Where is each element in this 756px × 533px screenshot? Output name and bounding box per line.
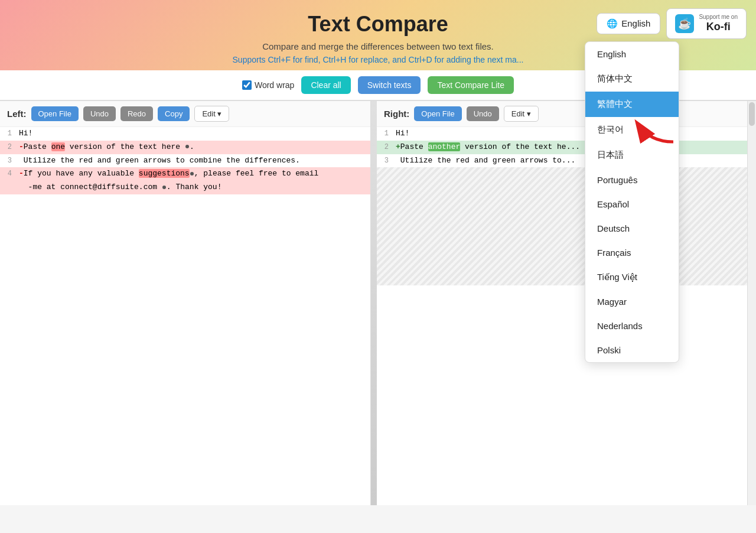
right-line-2: 2 +Paste another version of the text he.… <box>377 141 747 154</box>
lang-item-magyar[interactable]: Magyar <box>585 290 679 314</box>
right-edit-button[interactable]: Edit ▾ <box>504 106 539 122</box>
lang-item-français[interactable]: Français <box>585 240 679 265</box>
lang-item-español[interactable]: Español <box>585 192 679 216</box>
word-wrap-label[interactable]: Word wrap <box>242 80 294 90</box>
left-redo-button[interactable]: Redo <box>120 106 153 121</box>
lang-item-日本語[interactable]: 日本語 <box>585 142 679 168</box>
word-wrap-checkbox[interactable] <box>242 80 252 90</box>
kofi-support-label: Support me on <box>699 14 738 21</box>
kofi-text: Support me on Ko-fi <box>699 14 738 34</box>
lang-item-nederlands[interactable]: Nederlands <box>585 314 679 338</box>
lang-item-简体中文[interactable]: 简体中文 <box>585 66 679 92</box>
right-line-3: 3 Utilize the red and green arrows to... <box>377 154 747 168</box>
left-panel-toolbar: Left: Open File Undo Redo Copy Edit ▾ <box>0 101 370 127</box>
text-compare-lite-button[interactable]: Text Compare Lite <box>428 76 514 94</box>
right-scrollbar[interactable] <box>748 101 756 505</box>
right-label: Right: <box>384 109 409 119</box>
lang-item-한국어[interactable]: 한국어 <box>585 117 679 142</box>
right-open-file-button[interactable]: Open File <box>414 106 461 121</box>
lang-item-polski[interactable]: Polski <box>585 338 679 362</box>
kofi-icon: ☕ <box>675 14 694 33</box>
left-line-2: 2 -Paste one version of the text here . <box>0 141 370 154</box>
right-stripe-area <box>377 167 747 285</box>
lang-item-english[interactable]: English <box>585 42 679 66</box>
language-button[interactable]: 🌐 English <box>597 13 660 34</box>
lang-item-繁體中文[interactable]: 繁體中文 <box>585 92 679 117</box>
right-panel-toolbar: Right: Open File Undo Edit ▾ <box>377 101 747 127</box>
panel-divider[interactable] <box>371 101 377 505</box>
left-label: Left: <box>7 109 27 119</box>
left-line-4b: -me at connect@diffsuite.com . Thank you… <box>0 181 370 194</box>
kofi-button[interactable]: ☕ Support me on Ko-fi <box>666 8 747 39</box>
lang-item-deutsch[interactable]: Deutsch <box>585 216 679 240</box>
left-line-1: 1 Hi! <box>0 127 370 141</box>
language-label: English <box>621 18 650 28</box>
lang-item-tiếng-việt[interactable]: Tiếng Việt <box>585 265 679 290</box>
kofi-name-label: Ko-fi <box>699 21 738 34</box>
left-open-file-button[interactable]: Open File <box>31 106 79 121</box>
left-line-3: 3 Utilize the red and green arrows to co… <box>0 154 370 168</box>
left-panel: Left: Open File Undo Redo Copy Edit ▾ 1 … <box>0 101 371 505</box>
lang-item-português[interactable]: Português <box>585 168 679 192</box>
left-edit-button[interactable]: Edit ▾ <box>194 106 229 122</box>
clear-all-button[interactable]: Clear all <box>301 76 350 94</box>
scroll-thumb[interactable] <box>749 102 755 126</box>
top-right-controls: 🌐 English ☕ Support me on Ko-fi <box>597 8 747 39</box>
left-line-4: 4 -If you have any valuable suggestions,… <box>0 167 370 181</box>
right-line-1: 1 Hi! <box>377 127 747 141</box>
left-copy-button[interactable]: Copy <box>158 106 190 121</box>
left-code-area[interactable]: 1 Hi! 2 -Paste one version of the text h… <box>0 127 370 505</box>
right-panel: Right: Open File Undo Edit ▾ 1 Hi! 2 +Pa… <box>377 101 748 505</box>
word-wrap-text: Word wrap <box>255 80 294 90</box>
right-code-area[interactable]: 1 Hi! 2 +Paste another version of the te… <box>377 127 747 505</box>
globe-icon: 🌐 <box>607 18 618 29</box>
switch-texts-button[interactable]: Switch texts <box>358 76 421 94</box>
left-undo-button[interactable]: Undo <box>83 106 116 121</box>
language-dropdown: English简体中文繁體中文한국어日本語PortuguêsEspañolDeu… <box>585 41 679 363</box>
right-undo-button[interactable]: Undo <box>467 106 499 121</box>
